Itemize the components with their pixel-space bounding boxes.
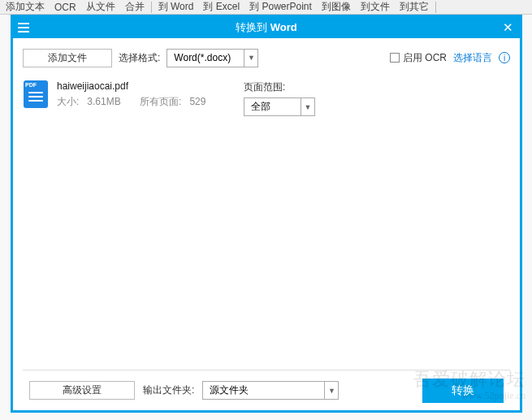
select-language-link[interactable]: 选择语言 [453, 51, 492, 65]
file-pages-label: 所有页面: [140, 96, 181, 107]
bg-tool-item[interactable]: 从文件 [82, 0, 119, 14]
file-size-label: 大小: [57, 96, 79, 107]
file-list: PDF haiweijiaocai.pdf 大小:3.61MB 所有页面:529… [23, 80, 510, 370]
bg-tool-item[interactable]: 到 PowerPoint [245, 0, 316, 14]
bg-tool-item[interactable]: 到其它 [396, 0, 433, 14]
dialog-body: 添加文件 选择格式: Word(*.docx) ▼ 启用 OCR 选择语言 i … [13, 38, 520, 410]
file-subinfo: 大小:3.61MB 所有页面:529 [57, 95, 236, 109]
file-name: haiweijiaocai.pdf [57, 80, 236, 92]
bg-tool-item[interactable]: 到 Word [154, 0, 198, 14]
file-pages-value: 529 [189, 96, 205, 107]
output-folder-select[interactable]: 源文件夹 ▼ [202, 381, 339, 400]
svg-rect-0 [18, 23, 29, 24]
bg-tool-item[interactable]: 到图像 [318, 0, 355, 14]
svg-rect-2 [18, 31, 29, 32]
format-select[interactable]: Word(*.docx) ▼ [167, 49, 258, 67]
background-toolbar: 添加文本 OCR 从文件 合并 到 Word 到 Excel 到 PowerPo… [0, 0, 532, 15]
convert-button[interactable]: 转换 [422, 379, 504, 403]
separator [435, 2, 436, 13]
advanced-settings-button[interactable]: 高级设置 [29, 381, 135, 400]
enable-ocr-label: 启用 OCR [403, 51, 447, 65]
page-range-value: 全部 [244, 97, 301, 116]
bg-tool-item[interactable]: 添加文本 [2, 0, 49, 14]
info-icon[interactable]: i [499, 52, 510, 63]
add-file-button[interactable]: 添加文件 [23, 49, 112, 67]
bg-tool-item[interactable]: OCR [50, 2, 80, 13]
title-bar: 转换到 Word ✕ [13, 17, 520, 38]
close-icon[interactable]: ✕ [495, 17, 520, 38]
enable-ocr-checkbox[interactable]: 启用 OCR [390, 51, 447, 65]
bg-tool-item[interactable]: 到 Excel [199, 0, 244, 14]
output-folder-value: 源文件夹 [202, 381, 324, 400]
top-controls: 添加文件 选择格式: Word(*.docx) ▼ 启用 OCR 选择语言 i [23, 46, 510, 69]
dialog-title: 转换到 Word [13, 20, 520, 35]
output-folder-label: 输出文件夹: [143, 383, 194, 397]
bg-tool-item[interactable]: 合并 [121, 0, 149, 14]
page-range-label: 页面范围: [244, 80, 315, 94]
checkbox-icon [390, 53, 400, 63]
format-select-value: Word(*.docx) [167, 49, 244, 67]
file-meta: haiweijiaocai.pdf 大小:3.61MB 所有页面:529 [57, 80, 236, 116]
svg-rect-1 [18, 27, 29, 28]
page-range-select[interactable]: 全部 ▼ [244, 97, 315, 116]
title-prefix: 转换到 [236, 21, 270, 33]
chevron-down-icon[interactable]: ▼ [301, 97, 315, 116]
convert-dialog: 转换到 Word ✕ 添加文件 选择格式: Word(*.docx) ▼ 启用 … [11, 15, 522, 413]
menu-icon[interactable] [13, 17, 34, 38]
file-item[interactable]: PDF haiweijiaocai.pdf 大小:3.61MB 所有页面:529… [23, 80, 510, 116]
bg-tool-item[interactable]: 到文件 [357, 0, 394, 14]
file-icon-tag: PDF [25, 82, 37, 88]
format-label: 选择格式: [119, 51, 160, 65]
page-range: 页面范围: 全部 ▼ [244, 80, 315, 116]
chevron-down-icon[interactable]: ▼ [324, 381, 339, 400]
title-bold: Word [270, 21, 297, 33]
chevron-down-icon[interactable]: ▼ [244, 49, 258, 67]
bottom-bar: 高级设置 输出文件夹: 源文件夹 ▼ 转换 [23, 370, 510, 410]
separator [151, 2, 152, 13]
pdf-file-icon: PDF [23, 80, 49, 110]
file-size-value: 3.61MB [87, 96, 120, 107]
